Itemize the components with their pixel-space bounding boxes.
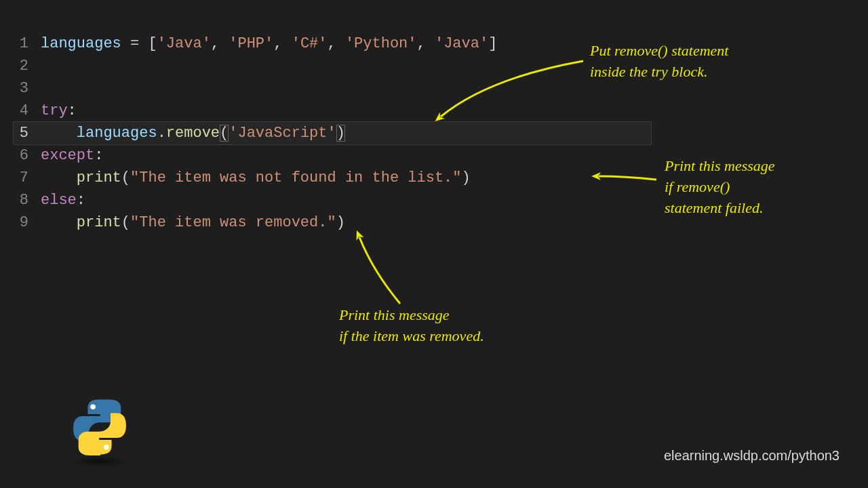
code-content: languages.remove('JavaScript') — [41, 122, 345, 144]
line-number: 3 — [14, 77, 41, 100]
line-number: 8 — [14, 189, 41, 211]
python-logo-shadow — [68, 455, 132, 468]
line-number: 7 — [14, 167, 41, 189]
code-line: 8else: — [14, 189, 651, 211]
footer-credit: elearning.wsldp.com/python3 — [664, 448, 840, 464]
line-number: 2 — [14, 55, 41, 77]
annotation-try-block: Put remove() statement inside the try bl… — [590, 41, 848, 83]
line-number: 1 — [14, 33, 41, 55]
code-line: 2 — [14, 55, 651, 77]
annotation-except-msg: Print this message if remove() statement… — [665, 156, 854, 218]
code-line: 9 print("The item was removed.") — [14, 211, 651, 234]
svg-point-1 — [104, 445, 109, 450]
code-line: 6except: — [14, 144, 651, 167]
code-line: 4try: — [14, 100, 651, 122]
code-content: try: — [41, 100, 77, 122]
code-line: 1languages = ['Java', 'PHP', 'C#', 'Pyth… — [14, 33, 651, 55]
code-content: print("The item was not found in the lis… — [41, 167, 471, 189]
line-number: 4 — [14, 100, 41, 122]
line-number: 6 — [14, 144, 41, 167]
line-number: 9 — [14, 211, 41, 234]
code-content: print("The item was removed.") — [41, 211, 345, 234]
line-number: 5 — [14, 122, 41, 144]
code-editor: 1languages = ['Java', 'PHP', 'C#', 'Pyth… — [14, 33, 651, 234]
code-line: 3 — [14, 77, 651, 100]
code-content: except: — [41, 144, 103, 167]
code-content: languages = ['Java', 'PHP', 'C#', 'Pytho… — [41, 33, 497, 55]
python-logo-icon — [71, 399, 128, 455]
annotation-else-msg: Print this message if the item was remov… — [339, 305, 597, 347]
code-line: 7 print("The item was not found in the l… — [14, 167, 651, 189]
code-line: 5 languages.remove('JavaScript') — [14, 122, 651, 144]
svg-point-0 — [90, 404, 96, 409]
arrow-to-else-print — [359, 237, 400, 304]
code-content: else: — [41, 189, 85, 211]
